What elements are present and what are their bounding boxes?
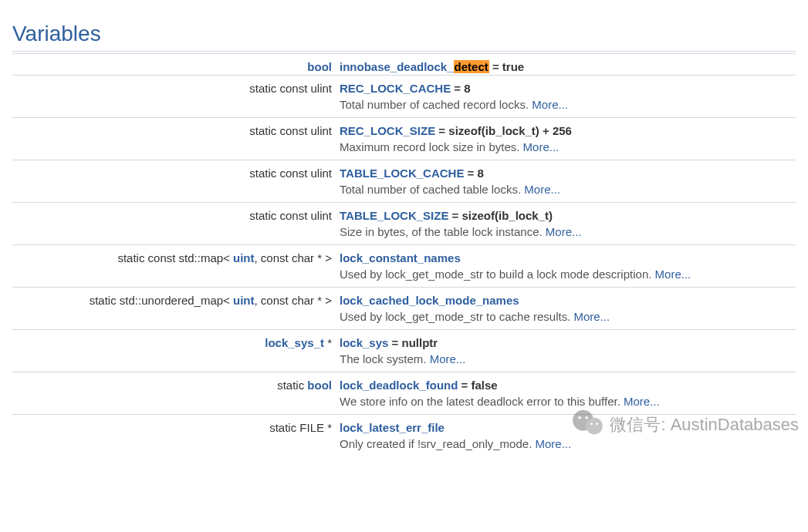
name-prefix: innobase_deadlock_ (340, 60, 454, 73)
desc-text: The lock system. (340, 352, 430, 365)
desc-cell: Maximum record lock size in bytes. More.… (336, 139, 796, 160)
more-link[interactable]: More... (624, 395, 660, 408)
more-link[interactable]: More... (532, 98, 568, 111)
desc-text: Used by lock_get_mode_str to build a loc… (340, 268, 655, 281)
type-text: static FILE * (269, 421, 332, 434)
desc-text: Total number of cached record locks. (340, 98, 532, 111)
more-link[interactable]: More... (523, 140, 560, 153)
var-value: = nullptr (388, 336, 438, 349)
more-link[interactable]: More... (655, 268, 691, 281)
type-link-uint[interactable]: uint (233, 251, 255, 264)
var-link-table-lock-cache[interactable]: TABLE_LOCK_CACHE (340, 167, 464, 180)
desc-text: Only created if !srv_read_only_mode. (340, 437, 535, 450)
type-text: static const ulint (249, 209, 332, 222)
type-cell: static const std::map< uint, const char … (12, 244, 336, 266)
var-value: = sizeof(ib_lock_t) + 256 (435, 124, 572, 137)
type-text: static const ulint (249, 167, 332, 180)
var-link-lock-latest-err-file[interactable]: lock_latest_err_file (340, 421, 445, 434)
var-link-innobase-deadlock-detect[interactable]: innobase_deadlock_detect (340, 60, 489, 73)
type-cell: static bool (12, 372, 336, 393)
type-cell: static std::unordered_map< uint, const c… (12, 287, 336, 308)
type-cell: static FILE * (12, 414, 336, 436)
var-link-lock-constant-names[interactable]: lock_constant_names (340, 251, 461, 264)
type-text: static const std::map< (117, 251, 233, 264)
var-link-lock-sys[interactable]: lock_sys (340, 336, 388, 349)
var-value: = true (489, 60, 524, 73)
type-cell: lock_sys_t * (12, 329, 336, 351)
var-value: = false (458, 379, 497, 392)
name-cell: REC_LOCK_SIZE = sizeof(ib_lock_t) + 256 (336, 117, 796, 139)
desc-text: We store info on the latest deadlock err… (340, 395, 624, 408)
name-cell: lock_deadlock_found = false (336, 372, 796, 393)
type-link-uint[interactable]: uint (233, 294, 255, 307)
var-link-lock-cached-lock-mode-names[interactable]: lock_cached_lock_mode_names (340, 294, 519, 307)
desc-cell: Size in bytes, of the table lock instanc… (336, 224, 796, 244)
name-cell: lock_cached_lock_mode_names (336, 287, 796, 308)
var-link-rec-lock-size[interactable]: REC_LOCK_SIZE (340, 124, 435, 137)
desc-cell: Only created if !srv_read_only_mode. Mor… (336, 436, 796, 456)
desc-cell: The lock system. More... (336, 351, 796, 372)
type-link-lock-sys-t[interactable]: lock_sys_t (265, 336, 324, 349)
name-cell: lock_latest_err_file (336, 414, 796, 436)
type-text: static std::unordered_map< (90, 294, 233, 307)
more-link[interactable]: More... (430, 352, 466, 365)
var-value: = sizeof(ib_lock_t) (448, 209, 553, 222)
section-title: Variables (12, 22, 796, 52)
type-link-bool[interactable]: bool (307, 60, 332, 73)
more-link[interactable]: More... (574, 310, 610, 323)
variables-table: bool innobase_deadlock_detect = true sta… (12, 53, 796, 456)
desc-text: Maximum record lock size in bytes. (340, 140, 523, 153)
name-cell: lock_sys = nullptr (336, 329, 796, 351)
more-link[interactable]: More... (546, 225, 582, 238)
desc-cell: We store info on the latest deadlock err… (336, 393, 796, 414)
name-cell: lock_constant_names (336, 244, 796, 266)
type-link-bool[interactable]: bool (307, 379, 332, 392)
desc-cell: Total number of cached record locks. Mor… (336, 96, 796, 117)
search-highlight: detect (454, 60, 489, 73)
more-link[interactable]: More... (535, 437, 571, 450)
var-link-lock-deadlock-found[interactable]: lock_deadlock_found (340, 379, 458, 392)
type-text: static (277, 379, 307, 392)
name-cell: REC_LOCK_CACHE = 8 (336, 75, 796, 96)
type-cell: static const ulint (12, 75, 336, 96)
type-cell: static const ulint (12, 202, 336, 224)
name-cell: TABLE_LOCK_CACHE = 8 (336, 160, 796, 181)
desc-text: Total number of cached table locks. (340, 183, 524, 196)
desc-cell: Used by lock_get_mode_str to cache resul… (336, 308, 796, 329)
type-text: * (324, 336, 332, 349)
desc-text: Size in bytes, of the table lock instanc… (340, 225, 546, 238)
type-text: static const ulint (249, 82, 332, 95)
var-value: = 8 (451, 82, 470, 95)
name-cell: innobase_deadlock_detect = true (336, 53, 796, 75)
type-text: , const char * > (255, 294, 332, 307)
type-text: static const ulint (249, 124, 332, 137)
var-link-rec-lock-cache[interactable]: REC_LOCK_CACHE (340, 82, 451, 95)
var-link-table-lock-size[interactable]: TABLE_LOCK_SIZE (340, 209, 448, 222)
type-cell: static const ulint (12, 117, 336, 139)
more-link[interactable]: More... (524, 183, 560, 196)
type-text: , const char * > (255, 251, 332, 264)
type-cell: bool (12, 53, 336, 75)
type-cell: static const ulint (12, 160, 336, 181)
var-value: = 8 (464, 167, 483, 180)
name-cell: TABLE_LOCK_SIZE = sizeof(ib_lock_t) (336, 202, 796, 224)
desc-cell: Used by lock_get_mode_str to build a loc… (336, 266, 796, 287)
desc-text: Used by lock_get_mode_str to cache resul… (340, 310, 574, 323)
desc-cell: Total number of cached table locks. More… (336, 181, 796, 202)
